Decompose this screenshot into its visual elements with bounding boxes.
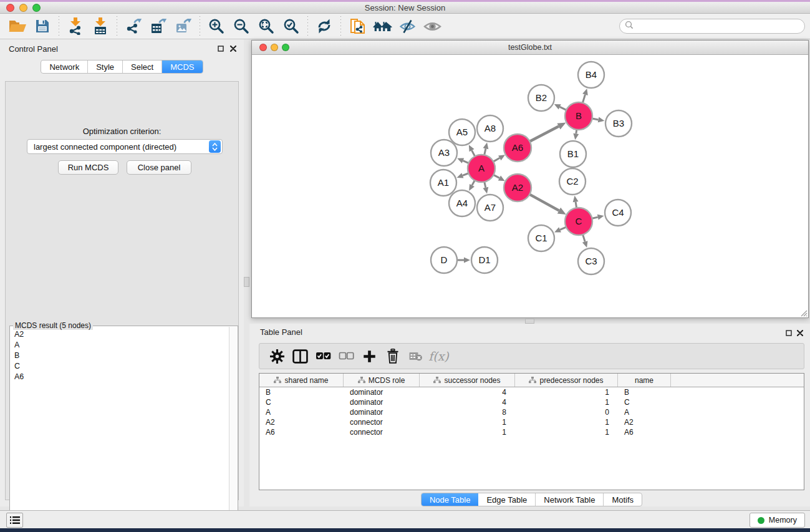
network-edge-A-A5[interactable]	[469, 145, 475, 156]
network-edge-C-C4[interactable]	[592, 215, 604, 220]
table-row[interactable]: Cdominator41C	[259, 397, 804, 407]
network-node-C4[interactable]: C4	[605, 200, 631, 226]
network-node-B4[interactable]: B4	[578, 62, 604, 88]
save-icon[interactable]	[30, 15, 55, 37]
select-all-icon[interactable]	[312, 346, 335, 367]
network-edge-A-A6[interactable]	[493, 155, 505, 162]
network-edge-B-B4[interactable]	[582, 89, 588, 103]
task-history-button[interactable]	[6, 513, 23, 528]
resize-grip[interactable]	[799, 308, 808, 317]
network-node-C1[interactable]: C1	[528, 225, 554, 251]
vertical-splitter-handle[interactable]	[244, 277, 249, 287]
network-edge-D-D1[interactable]	[458, 258, 470, 263]
column-header-name[interactable]: name	[618, 374, 671, 387]
network-node-A7[interactable]: A7	[477, 195, 503, 221]
export-network-icon[interactable]	[121, 15, 146, 37]
network-node-A4[interactable]: A4	[449, 190, 475, 216]
toggle-columns-icon[interactable]	[289, 346, 312, 367]
table-row[interactable]: Adominator80A	[259, 407, 804, 417]
network-canvas[interactable]: B4B2BB3B1A5A8A3A6AA1C2A2A4A7CC4C1C3DD1	[252, 55, 808, 317]
scrollbar-track[interactable]	[229, 327, 237, 532]
clone-network-icon[interactable]	[345, 15, 370, 37]
tab-network[interactable]: Network	[41, 60, 88, 73]
network-edge-A-A7[interactable]	[483, 181, 488, 193]
network-node-C3[interactable]: C3	[578, 248, 604, 274]
network-window-titlebar[interactable]: testGlobe.txt	[252, 41, 808, 55]
column-header-successor-nodes[interactable]: successor nodes	[420, 374, 515, 387]
memory-button[interactable]: Memory	[750, 513, 805, 528]
network-edge-C-C1[interactable]	[554, 227, 566, 233]
zoom-selected-icon[interactable]	[279, 15, 304, 37]
network-node-A8[interactable]: A8	[477, 115, 503, 142]
import-table-icon[interactable]	[88, 15, 113, 37]
float-table-panel-icon[interactable]	[784, 329, 793, 337]
network-node-C2[interactable]: C2	[559, 168, 586, 195]
network-node-A3[interactable]: A3	[431, 140, 457, 166]
tab-edge-table[interactable]: Edge Table	[478, 493, 536, 506]
network-node-B1[interactable]: B1	[560, 141, 586, 167]
criterion-select[interactable]: largest connected component (directed)	[27, 139, 223, 154]
table-row[interactable]: Bdominator41B	[259, 387, 804, 397]
delete-table-icon[interactable]	[404, 346, 427, 367]
mcds-list-item[interactable]: A6	[11, 371, 228, 382]
network-node-C[interactable]: C	[565, 208, 592, 235]
network-edge-A-A1[interactable]	[457, 173, 469, 178]
tab-node-table[interactable]: Node Table	[422, 493, 479, 506]
close-panel-button[interactable]: Close panel	[127, 160, 191, 175]
network-node-A1[interactable]: A1	[430, 170, 456, 196]
network-node-B3[interactable]: B3	[605, 110, 632, 137]
close-panel-icon[interactable]	[229, 44, 238, 53]
network-edge-A-A4[interactable]	[469, 180, 475, 191]
zoom-fit-icon[interactable]	[254, 15, 279, 37]
network-edge-A-A3[interactable]	[457, 158, 468, 163]
delete-row-icon[interactable]	[381, 346, 404, 367]
mcds-list-item[interactable]: A	[11, 339, 228, 350]
eye-slash-icon[interactable]	[395, 15, 420, 37]
network-edge-B-B1[interactable]	[573, 130, 579, 140]
table-row[interactable]: A6connector11A6	[259, 427, 804, 437]
network-node-D[interactable]: D	[431, 247, 457, 273]
network-node-A5[interactable]: A5	[449, 119, 475, 145]
tab-mcds[interactable]: MCDS	[162, 60, 202, 73]
export-table-icon[interactable]	[146, 15, 171, 37]
network-node-A2[interactable]: A2	[504, 174, 531, 201]
function-builder-icon[interactable]: f(x)	[427, 346, 450, 367]
add-row-icon[interactable]	[358, 346, 381, 367]
network-edge-C-C3[interactable]	[582, 235, 588, 248]
zoom-in-icon[interactable]	[204, 15, 229, 37]
network-edge-A-A8[interactable]	[483, 142, 489, 155]
network-edge-B-B2[interactable]	[554, 104, 566, 110]
export-image-icon[interactable]	[171, 15, 196, 37]
float-panel-icon[interactable]	[216, 44, 225, 53]
network-edge-A6-B[interactable]	[530, 123, 566, 142]
network-edge-C-C2[interactable]	[573, 196, 579, 208]
settings-gear-icon[interactable]	[266, 346, 289, 367]
network-edge-A-A2[interactable]	[493, 175, 504, 181]
network-node-A[interactable]: A	[468, 155, 495, 182]
refresh-icon[interactable]	[312, 15, 337, 37]
open-folder-icon[interactable]	[5, 15, 30, 37]
network-edge-B-B3[interactable]	[592, 117, 605, 122]
column-header-shared-name[interactable]: shared name	[259, 374, 344, 387]
close-table-panel-icon[interactable]	[796, 329, 804, 337]
deselect-all-icon[interactable]	[335, 346, 358, 367]
horizontal-splitter-handle[interactable]	[525, 319, 534, 324]
table-row[interactable]: A2connector11A2	[259, 417, 804, 427]
search-box[interactable]	[619, 19, 805, 34]
import-network-icon[interactable]	[63, 15, 88, 37]
tab-style[interactable]: Style	[88, 60, 123, 73]
tab-motifs[interactable]: Motifs	[604, 493, 642, 506]
mcds-list-item[interactable]: A2	[11, 329, 228, 339]
mcds-list-item[interactable]: B	[11, 350, 228, 360]
tab-network-table[interactable]: Network Table	[536, 493, 604, 506]
network-node-A6[interactable]: A6	[504, 134, 531, 162]
home-icon[interactable]	[370, 15, 395, 37]
zoom-out-icon[interactable]	[229, 15, 254, 37]
network-node-B[interactable]: B	[565, 102, 592, 130]
eye-icon[interactable]	[420, 15, 445, 37]
network-node-D1[interactable]: D1	[471, 247, 498, 273]
mcds-list-item[interactable]: C	[11, 360, 228, 371]
run-mcds-button[interactable]: Run MCDS	[58, 160, 118, 175]
network-node-B2[interactable]: B2	[528, 85, 554, 111]
column-header-predecessor-nodes[interactable]: predecessor nodes	[515, 374, 618, 387]
